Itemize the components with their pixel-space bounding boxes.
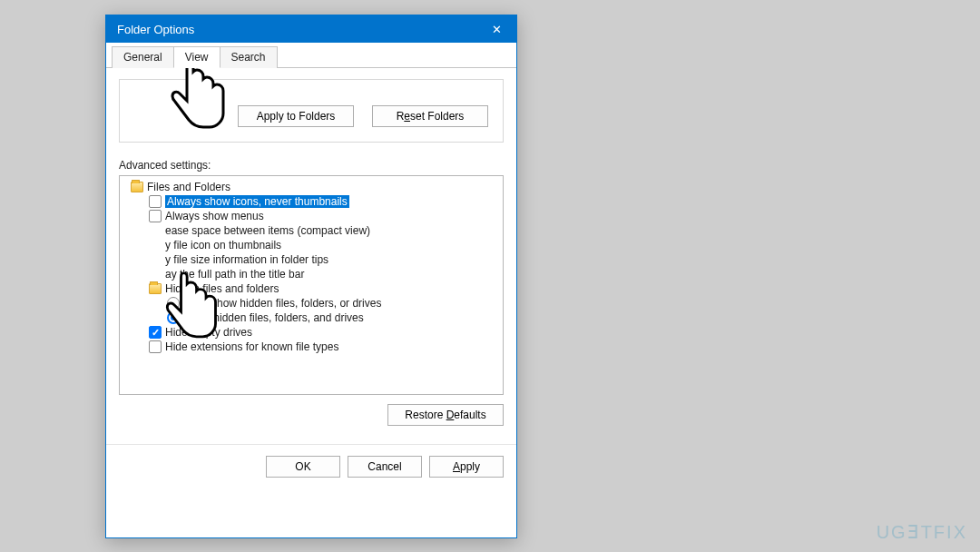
close-icon: ✕ [492,23,502,36]
option-label: Always show menus [165,210,264,222]
watermark: UGƎTFIX [877,521,967,543]
option-hide-empty-drives[interactable]: Hide empty drives [123,325,499,340]
tab-general[interactable]: General [112,46,174,68]
option-hide-extensions[interactable]: Hide extensions for known file types [123,340,499,354]
tabstrip: General View Search [106,43,516,68]
option-label: Always show icons, never thumbnails [165,195,349,208]
option-label: Don't show hidden files, folders, or dri… [183,297,381,310]
titlebar: Folder Options ✕ [106,15,516,43]
option-label: ease space between items (compact view) [165,224,370,237]
reset-folders-button[interactable]: Reset Folders [372,105,488,127]
checkbox-icon[interactable] [149,340,162,353]
window-title: Folder Options [117,23,194,36]
option-label: y file icon on thumbnails [165,239,281,251]
close-button[interactable]: ✕ [476,15,516,43]
ok-button[interactable]: OK [266,456,340,478]
restore-row: Restore Defaults [119,404,504,426]
checkbox-icon[interactable] [149,326,162,339]
option-compact-view[interactable]: ease space between items (compact view) [123,223,499,238]
option-label: Hide empty drives [165,326,252,339]
option-always-icons[interactable]: Always show icons, never thumbnails [123,194,499,209]
radio-icon[interactable] [167,311,180,324]
folder-icon [131,182,143,192]
apply-button[interactable]: Apply [429,456,504,478]
radio-icon[interactable] [167,297,180,310]
option-label: y file size information in folder tips [165,253,328,266]
option-label: ay the full path in the title bar [165,268,304,281]
dialog-buttons: OK Cancel Apply [106,444,516,490]
option-always-menus[interactable]: Always show menus [123,209,499,223]
option-label: Show hidden files, folders, and drives [183,311,364,324]
radio-dont-show-hidden[interactable]: Don't show hidden files, folders, or dri… [123,296,499,310]
restore-defaults-button[interactable]: Restore Defaults [387,404,504,426]
tab-panel-view: Apply to Folders Reset Folders Advanced … [106,67,516,435]
option-label: Hide extensions for known file types [165,340,338,353]
advanced-settings-label: Advanced settings: [119,159,504,172]
client-area: General View Search Apply to Folders Res… [106,43,516,490]
tab-view[interactable]: View [173,46,220,68]
option-full-path-titlebar[interactable]: ay the full path in the title bar [123,267,499,281]
tree-folder-hidden: Hidden files and folders [123,281,499,296]
folder-icon [149,283,162,294]
apply-to-folders-button[interactable]: Apply to Folders [238,105,354,127]
option-display-icon-thumbnails[interactable]: y file icon on thumbnails [123,238,499,252]
folder-views-group: Apply to Folders Reset Folders [119,79,504,143]
folder-options-dialog: Folder Options ✕ General View Search App… [105,15,517,538]
tab-search[interactable]: Search [220,46,278,68]
tree-folder-files: Files and Folders [123,180,499,194]
checkbox-icon[interactable] [149,195,162,208]
cancel-button[interactable]: Cancel [348,456,422,478]
radio-show-hidden[interactable]: Show hidden files, folders, and drives [123,310,499,325]
checkbox-icon[interactable] [149,210,162,222]
advanced-settings-tree[interactable]: Files and Folders Always show icons, nev… [119,175,504,395]
option-display-size-tips[interactable]: y file size information in folder tips [123,252,499,267]
